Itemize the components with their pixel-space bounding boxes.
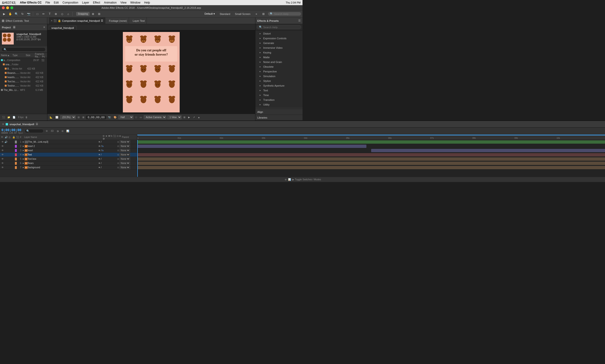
switch-icon[interactable]: ☀ [98,166,100,169]
viewer-view1-btn[interactable]: ⊞ [182,116,186,119]
workspace-small-screen[interactable]: Small Screen [234,12,252,16]
list-item[interactable]: snapcha...iendpoll Composition 29.97 ⬛ [0,58,47,62]
switch-icon[interactable]: ☀ [98,141,100,143]
section-libraries[interactable]: Libraries [255,115,303,120]
layer-visibility-4[interactable]: 👁 [1,153,4,156]
layer-expand-7[interactable]: ▶ [22,166,25,169]
tab-close-icon[interactable]: ✕ [51,19,52,22]
layer-visibility-2[interactable]: 👁 [1,145,4,147]
effects-item-noise[interactable]: ► Noise and Grain [255,60,303,64]
viewer-export-btn[interactable]: ↗ [192,116,196,119]
layer-row-3[interactable]: 👁 3 ▶ A heart ☀ / fx ⊙ None [0,148,137,153]
playhead[interactable] [137,140,138,177]
timecode-main[interactable]: 0;00;00;00 [1,128,23,132]
timeline-menu-icon[interactable]: ☰ [36,123,38,126]
search-help-input[interactable] [274,13,299,15]
tool-pin[interactable]: ⊕ [53,11,58,17]
viewer-camera-btn[interactable]: 📷 [107,116,112,119]
switch-icon[interactable]: ☀ [98,158,100,160]
fx-icon[interactable]: fx [102,145,104,147]
layer-row-4[interactable]: 👁 4 ▶ T Text ☀ / ⊙ None [0,153,137,157]
toggle-switches-label[interactable]: Toggle Switches / Modes [295,178,303,181]
effects-item-distort[interactable]: ► Distort [255,31,303,36]
effects-search-input[interactable] [263,26,299,29]
layer-visibility-3[interactable]: 👁 [1,149,4,152]
viewer-grid-btn[interactable]: ⊞ [81,116,85,119]
project-panel-close[interactable]: ✕ [43,26,45,29]
delete-button[interactable]: 🗑 [25,116,28,119]
apple-menu[interactable]: &#63743; [2,1,16,4]
effects-item-perspective[interactable]: ► Perspective [255,69,303,74]
tab-menu-icon[interactable]: ☰ [101,19,103,22]
effects-item-time[interactable]: ► Time [255,93,303,98]
viewer-fit-btn[interactable]: ⊟ [77,116,80,119]
tool-hand[interactable]: ✋ [8,11,13,17]
effects-item-simulation[interactable]: ► Simulation [255,74,303,78]
switch-icon[interactable]: ☀ [98,153,100,156]
timeline-graph-btn[interactable]: 📊 [287,178,292,181]
col-size-header[interactable]: Size [26,54,35,57]
layer-row-2[interactable]: 👁 2 ▶ A heart 2 ☀ / fx ⊙ None [0,144,137,148]
layer-visibility-5[interactable]: 👁 [1,158,4,160]
tool-rotate[interactable]: ↻ [20,11,25,17]
layer-visibility-6[interactable]: 👁 [1,162,4,165]
snapping-toggle[interactable]: ⊕ [90,11,96,17]
menu-help[interactable]: Help [144,1,150,4]
parent-dropdown-1[interactable]: None [119,140,130,144]
effects-item-utility[interactable]: ► Utility [255,102,303,107]
comp-options-btn[interactable]: ⚙ [45,130,49,132]
snapping-button[interactable]: Snapping [76,12,90,16]
layer-row-1[interactable]: 👁 🔊 1 ▶ ♪ [The_Mi...Link.mp3] ☀ / ⊙ None [0,140,137,144]
effects-item-immersive[interactable]: ► Immersive Video [255,45,303,50]
layer-visibility-7[interactable]: 👁 [1,166,4,169]
tab-footage[interactable]: Footage (none) [107,17,129,24]
effects-item-stylize[interactable]: ► Stylize [255,78,303,83]
project-menu-icon[interactable]: ☰ [13,26,15,29]
new-composition-button[interactable]: ⬛ [1,116,6,119]
effects-item-matte[interactable]: ► Matte [255,55,303,60]
graph-editor-btn[interactable]: 📊 [65,130,70,132]
menu-composition[interactable]: Composition [63,1,78,4]
tool-select[interactable]: ▶ [1,11,7,17]
project-search-input[interactable] [1,47,46,52]
viewer-draft-btn[interactable]: ▲ [197,116,201,119]
tool-camera[interactable]: 📷 [26,11,31,17]
list-item[interactable]: Backgro...dpoll.ai Vector Art 422 KB [0,66,47,71]
menu-file[interactable]: File [45,1,50,4]
effects-item-text[interactable]: ► Text [255,88,303,93]
frame-blend-btn[interactable]: ⊞ [61,130,64,132]
workspace-standard[interactable]: Standard [218,12,232,16]
close-button[interactable] [2,6,5,9]
effects-item-expression[interactable]: ► Expression Controls [255,36,303,41]
switch-icon[interactable]: / [101,162,102,165]
tool-text[interactable]: T [47,11,52,17]
parent-dropdown-7[interactable]: None [119,166,130,169]
parent-dropdown-2[interactable]: None [119,144,130,148]
menu-window[interactable]: Window [130,1,140,4]
toolbar-expand[interactable]: ⊞ [261,11,266,17]
col-name-header[interactable]: Name [1,54,7,57]
tab-composition[interactable]: ✕ ⬛ 🔒 Composition snapchat_friendpoll ☰ [49,17,105,24]
timeline-search-input[interactable] [31,130,42,132]
layer-row-6[interactable]: 👁 6 ▶ A Bears ☀ / ⊙ None [0,161,137,165]
menu-animation[interactable]: Animation [104,1,116,4]
workspace-more[interactable]: » [254,11,259,17]
timeline-close-btn[interactable]: ✕ [2,123,4,126]
section-align[interactable]: Align [255,109,303,115]
effects-item-transition[interactable]: ► Transition [255,98,303,102]
viewer-rect2-btn[interactable]: ▭ [139,116,143,119]
layer-expand-4[interactable]: ▶ [22,154,25,156]
list-item[interactable]: heart/s...dpoll.ai Vector Art 422 KB [0,75,47,79]
list-item[interactable]: Bears/s...dpoll.ai Vector Art 422 KB [0,71,47,75]
switch-icon[interactable]: / [101,166,102,169]
effects-panel-menu[interactable]: ☰ [298,19,301,22]
fx-icon[interactable]: fx [102,149,104,152]
timeline-render-btn[interactable]: ▶ [292,178,295,181]
draft-3d-btn[interactable]: 3D [50,130,54,132]
view-dropdown[interactable]: 1 View [167,115,181,119]
effects-item-keying[interactable]: ► Keying [255,50,303,55]
viewer-snap-btn[interactable]: 📐 [49,116,53,119]
effects-item-obsolete[interactable]: ► Obsolete [255,64,303,69]
zoom-dropdown[interactable]: (33.3%) (50%) (100%) [60,115,76,119]
effects-item-synthetic[interactable]: ► Synthetic Aperture [255,83,303,88]
